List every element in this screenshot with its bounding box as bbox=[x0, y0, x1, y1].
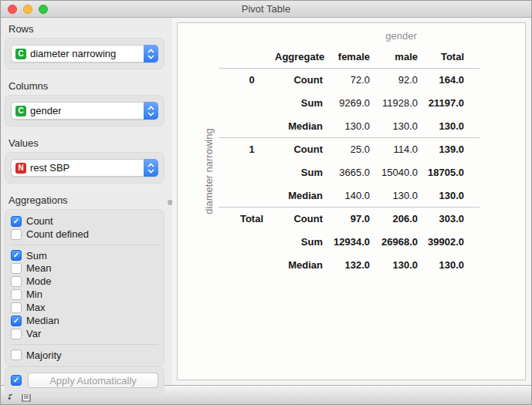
header-female: female bbox=[323, 51, 370, 62]
pivot-cell-male[interactable]: 114.0 bbox=[370, 143, 418, 155]
pivot-cell-total[interactable]: 39902.0 bbox=[418, 236, 464, 248]
pivot-table-row: Sum 12934.0 26968.0 39902.0 bbox=[219, 230, 479, 253]
pivot-body: 0 Count 72.0 92.0 164.0 Sum 9269.0 1192 bbox=[219, 68, 479, 276]
pivot-cell-female[interactable]: 72.0 bbox=[323, 74, 370, 86]
pivot-row-label: Total bbox=[219, 213, 275, 224]
pivot-cell-male[interactable]: 15040.0 bbox=[370, 167, 418, 178]
categorical-variable-icon: C bbox=[15, 49, 26, 59]
pivot-cell-male[interactable]: 26968.0 bbox=[370, 236, 418, 248]
aggregation-label: Max bbox=[26, 302, 46, 313]
pivot-cell-female[interactable]: 25.0 bbox=[323, 143, 370, 155]
apply-automatically-button[interactable]: Apply Automatically bbox=[28, 373, 158, 388]
pivot-aggregate-name: Count bbox=[275, 213, 323, 224]
aggregation-label: Mode bbox=[26, 275, 52, 287]
values-variable-select[interactable]: N rest SBP bbox=[11, 159, 158, 177]
pivot-cell-female[interactable]: 132.0 bbox=[323, 259, 370, 271]
pivot-table-window: Pivot Table Rows C diameter narrowing Co… bbox=[0, 0, 532, 405]
aggregation-checkbox-item[interactable]: Mode bbox=[11, 275, 158, 288]
rows-section-label: Rows bbox=[8, 23, 172, 35]
aggregation-checkbox-item[interactable]: Count defined bbox=[11, 228, 158, 241]
checkbox-icon[interactable] bbox=[11, 216, 22, 227]
checkbox-icon[interactable] bbox=[11, 302, 22, 313]
pivot-cell-male[interactable]: 130.0 bbox=[370, 120, 418, 132]
columns-variable-select[interactable]: C gender bbox=[11, 102, 158, 120]
pivot-cell-female[interactable]: 130.0 bbox=[323, 120, 370, 132]
pivot-cell-male[interactable]: 92.0 bbox=[370, 74, 418, 86]
numeric-variable-icon: N bbox=[15, 163, 26, 174]
pivot-cell-male[interactable]: 130.0 bbox=[370, 259, 418, 271]
checkbox-icon[interactable] bbox=[11, 329, 22, 339]
pivot-cell-total[interactable]: 303.0 bbox=[418, 213, 464, 224]
header-male: male bbox=[370, 51, 418, 62]
pivot-cell-female[interactable]: 12934.0 bbox=[323, 236, 370, 248]
pivot-aggregate-name: Count bbox=[275, 74, 323, 86]
checkbox-icon[interactable] bbox=[11, 229, 22, 240]
checkbox-icon[interactable] bbox=[11, 316, 22, 326]
control-sidebar: Rows C diameter narrowing Columns C gend… bbox=[1, 18, 172, 385]
pivot-aggregate-name: Median bbox=[275, 190, 323, 201]
aggregation-checkbox-item[interactable]: Majority bbox=[11, 344, 158, 361]
pivot-aggregate-name: Sum bbox=[275, 236, 323, 248]
pivot-cell-total[interactable]: 130.0 bbox=[418, 259, 464, 271]
pivot-cell-total[interactable]: 21197.0 bbox=[418, 97, 464, 109]
pivot-cell-female[interactable]: 9269.0 bbox=[323, 97, 370, 109]
checkbox-icon[interactable] bbox=[11, 276, 22, 287]
pivot-cell-male[interactable]: 11928.0 bbox=[370, 97, 418, 109]
aggregation-label: Min bbox=[26, 289, 42, 300]
aggregation-label: Count defined bbox=[26, 228, 89, 240]
columns-groupbox: C gender bbox=[5, 95, 164, 127]
aggregations-groupbox: Count Count defined Sum Mean Mode bbox=[5, 209, 164, 366]
pivot-cell-male[interactable]: 206.0 bbox=[370, 213, 418, 224]
pivot-aggregate-name: Sum bbox=[275, 167, 323, 178]
pivot-aggregate-name: Count bbox=[275, 143, 323, 155]
minimize-button[interactable] bbox=[23, 5, 32, 14]
auto-apply-checkbox[interactable] bbox=[11, 375, 22, 386]
apply-groupbox: Apply Automatically bbox=[5, 366, 164, 394]
aggregation-label: Mean bbox=[26, 262, 52, 274]
checkbox-icon[interactable] bbox=[11, 263, 22, 274]
pivot-cell-female[interactable]: 140.0 bbox=[323, 190, 370, 201]
aggregation-checkbox-item[interactable]: Max bbox=[11, 301, 158, 314]
aggregation-checkbox-item[interactable]: Count bbox=[11, 214, 158, 228]
columns-variable-value: gender bbox=[30, 105, 61, 116]
rows-variable-select[interactable]: C diameter narrowing bbox=[11, 45, 158, 62]
pivot-cell-female[interactable]: 97.0 bbox=[323, 213, 370, 224]
checkbox-icon[interactable] bbox=[11, 289, 22, 300]
aggregation-checkbox-item[interactable]: Min bbox=[11, 288, 158, 301]
pivot-table: gender Aggregate female male Total 0 bbox=[219, 28, 479, 276]
column-group-row: gender bbox=[219, 28, 479, 43]
dropdown-arrows-icon bbox=[144, 45, 158, 62]
pivot-cell-total[interactable]: 130.0 bbox=[418, 190, 464, 201]
pivot-cell-total[interactable]: 139.0 bbox=[418, 143, 464, 155]
titlebar: Pivot Table bbox=[1, 1, 531, 18]
aggregation-label: Majority bbox=[26, 349, 62, 361]
rows-groupbox: C diameter narrowing bbox=[5, 38, 164, 69]
values-groupbox: N rest SBP bbox=[5, 152, 164, 184]
zoom-button[interactable] bbox=[39, 5, 48, 14]
pivot-cell-female[interactable]: 3665.0 bbox=[323, 167, 370, 178]
pivot-table-row: Sum 9269.0 11928.0 21197.0 bbox=[219, 91, 479, 114]
aggregations-section-label: Aggregations bbox=[8, 194, 172, 206]
close-button[interactable] bbox=[8, 5, 17, 14]
aggregation-label: Median bbox=[26, 315, 59, 326]
pivot-header-row: Aggregate female male Total bbox=[219, 43, 479, 68]
aggregation-checkbox-item[interactable]: Var bbox=[11, 327, 158, 340]
pivot-cell-male[interactable]: 130.0 bbox=[370, 190, 418, 201]
pivot-aggregate-name: Median bbox=[275, 120, 323, 132]
pivot-cell-total[interactable]: 130.0 bbox=[418, 120, 464, 132]
pivot-table-row: Median 132.0 130.0 130.0 bbox=[219, 253, 479, 276]
aggregation-checkbox-item[interactable]: Mean bbox=[11, 262, 158, 275]
categorical-variable-icon: C bbox=[15, 106, 26, 116]
pivot-table-row: Total Count 97.0 206.0 303.0 bbox=[219, 207, 479, 230]
pivot-table-row: Median 130.0 130.0 130.0 bbox=[219, 114, 479, 137]
pivot-table-row: 0 Count 72.0 92.0 164.0 bbox=[219, 68, 479, 91]
pivot-cell-total[interactable]: 18705.0 bbox=[418, 167, 464, 178]
pivot-row-label: 0 bbox=[219, 74, 275, 86]
pivot-cell-total[interactable]: 164.0 bbox=[418, 74, 464, 86]
checkbox-icon[interactable] bbox=[11, 349, 22, 360]
aggregation-checkbox-item[interactable]: Median bbox=[11, 314, 158, 327]
header-total: Total bbox=[418, 51, 464, 62]
header-aggregate: Aggregate bbox=[275, 51, 323, 62]
aggregation-checkbox-item[interactable]: Sum bbox=[11, 245, 158, 262]
checkbox-icon[interactable] bbox=[11, 250, 22, 261]
